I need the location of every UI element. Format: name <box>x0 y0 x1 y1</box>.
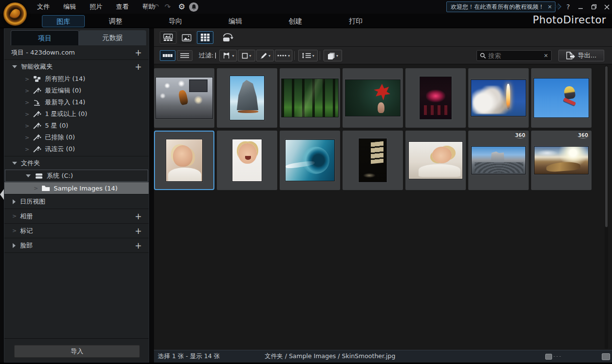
menu-edit[interactable]: 编辑 <box>57 0 83 14</box>
sidebar-tab-project[interactable]: 项目 <box>11 30 79 45</box>
view-grid-button[interactable] <box>197 31 213 44</box>
photo-thumbnail[interactable] <box>534 78 589 118</box>
tab-create[interactable]: 创建 <box>274 15 317 27</box>
photo-thumbnail[interactable] <box>359 138 387 182</box>
chevron-right-icon[interactable]: > <box>25 111 29 117</box>
section-calendar-view[interactable]: 日历视图 <box>4 194 149 209</box>
photo-cell[interactable] <box>468 68 529 128</box>
tab-guided[interactable]: 导向 <box>154 15 197 27</box>
chevron-right-icon[interactable]: > <box>25 88 29 94</box>
filter-flags-button[interactable]: ▾ <box>219 50 237 61</box>
chevron-down-icon[interactable] <box>12 162 17 165</box>
chevron-down-icon[interactable] <box>26 174 31 177</box>
undo-icon[interactable]: ↶ <box>150 0 162 14</box>
menu-view[interactable]: 查看 <box>109 0 135 14</box>
photo-cell[interactable] <box>343 131 403 190</box>
chevron-right-icon[interactable]: > <box>25 76 29 82</box>
minimize-button[interactable] <box>574 0 587 14</box>
photo-thumbnail[interactable] <box>471 146 526 174</box>
menu-photo[interactable]: 照片 <box>83 0 109 14</box>
thumbnail-size-slider[interactable] <box>545 353 610 360</box>
section-faces[interactable]: 脸部 + <box>4 238 149 252</box>
tree-item-five-star[interactable]: > 5 星 (0) <box>4 120 149 132</box>
search-input[interactable] <box>488 52 541 59</box>
photo-cell[interactable] <box>531 68 592 128</box>
photo-cell[interactable] <box>405 131 466 190</box>
help-button[interactable]: ? <box>563 0 574 14</box>
rotate-display-button[interactable] <box>219 31 236 44</box>
sidebar-collapse-arrow[interactable] <box>0 189 4 200</box>
add-album-icon[interactable]: + <box>135 211 142 221</box>
stack-photos-button[interactable]: ▾ <box>324 50 342 61</box>
gear-icon[interactable]: ⚙ <box>175 0 188 14</box>
chevron-right-icon[interactable]: > <box>25 134 29 141</box>
browse-list-button[interactable] <box>177 50 192 61</box>
chevron-right-icon[interactable]: > <box>12 213 17 219</box>
search-box[interactable]: ✕ <box>477 50 552 61</box>
restore-button[interactable] <box>588 0 600 14</box>
tree-item-all-photos[interactable]: > 所有照片 (14) <box>4 73 149 85</box>
photo-thumbnail[interactable] <box>345 79 401 116</box>
photo-cell[interactable] <box>343 68 403 128</box>
photo-thumbnail[interactable] <box>420 77 452 119</box>
export-button[interactable]: 导出... <box>558 50 604 61</box>
chevron-right-icon[interactable]: > <box>34 185 38 192</box>
redo-icon[interactable]: ↷ <box>162 0 173 14</box>
photo-cell[interactable]: 360 <box>531 131 592 190</box>
tree-item-drive-c[interactable]: 系统 (C:) <box>5 170 148 182</box>
add-face-icon[interactable]: + <box>135 241 142 250</box>
welcome-tooltip-close-icon[interactable]: ✕ <box>545 4 552 10</box>
menu-file[interactable]: 文件 <box>30 0 57 14</box>
add-smart-collection-icon[interactable]: + <box>135 62 142 72</box>
photo-cell[interactable] <box>217 68 277 128</box>
photo-thumbnail[interactable] <box>230 76 265 120</box>
view-single-image-button[interactable] <box>178 31 195 44</box>
filter-more-button[interactable]: ▾ <box>275 50 292 61</box>
close-button[interactable] <box>600 0 612 14</box>
photo-thumbnail[interactable] <box>166 139 203 182</box>
photo-thumbnail[interactable] <box>281 78 339 117</box>
chevron-right-icon[interactable]: > <box>12 228 17 234</box>
chevron-right-icon[interactable]: > <box>25 123 29 129</box>
photo-cell[interactable] <box>405 68 466 128</box>
view-thumbnail-filmstrip-button[interactable] <box>160 31 176 44</box>
section-tags[interactable]: > 标记 + <box>4 224 149 238</box>
tab-print[interactable]: 打印 <box>334 15 377 27</box>
chevron-right-icon[interactable]: > <box>25 99 29 106</box>
tree-item-latest-imports[interactable]: > 最新导入 (14) <box>4 96 149 108</box>
photo-thumbnail[interactable] <box>471 79 526 116</box>
small-thumbnail-icon[interactable] <box>545 354 552 360</box>
chevron-right-icon[interactable] <box>13 199 16 204</box>
smart-collection-header[interactable]: 智能收藏夹 + <box>4 60 149 73</box>
search-clear-icon[interactable]: ✕ <box>544 53 548 59</box>
scrollbar-thumb[interactable] <box>605 66 608 227</box>
large-thumbnail-icon[interactable] <box>602 353 610 360</box>
photo-cell-selected[interactable] <box>154 131 214 190</box>
photo-thumbnail[interactable] <box>232 139 262 182</box>
import-button[interactable]: 导入 <box>14 345 140 358</box>
tree-item-sample-images[interactable]: > Sample Images (14) <box>4 182 149 194</box>
photo-cell[interactable] <box>217 131 277 190</box>
photo-thumbnail[interactable] <box>285 139 335 181</box>
tree-item-cyberlink-cloud[interactable]: > 讯连云 (0) <box>4 143 149 155</box>
chevron-right-icon[interactable]: > <box>25 146 29 153</box>
folders-header[interactable]: 文件夹 <box>4 156 149 170</box>
add-project-icon[interactable]: + <box>135 48 142 57</box>
tree-item-recently-edited[interactable]: > 最近编辑 (0) <box>4 85 149 96</box>
filter-color-label-button[interactable]: ▾ <box>238 50 255 61</box>
photo-thumbnail[interactable] <box>408 141 463 179</box>
photo-cell[interactable] <box>154 68 214 128</box>
tab-edit[interactable]: 编辑 <box>214 15 257 27</box>
tree-item-rejected[interactable]: > 已排除 (0) <box>4 132 149 143</box>
photo-thumbnail[interactable] <box>534 146 589 174</box>
chevron-down-icon[interactable] <box>12 65 17 68</box>
sort-order-button[interactable]: ▾ <box>298 50 318 61</box>
filter-rating-button[interactable]: ▾ <box>256 50 274 61</box>
photo-cell[interactable] <box>280 131 340 190</box>
tab-library[interactable]: 图库 <box>42 15 85 27</box>
project-header-row[interactable]: 项目 - 423down.com + <box>4 46 149 59</box>
browse-thumbnails-button[interactable] <box>160 50 175 61</box>
sidebar-tab-metadata[interactable]: 元数据 <box>79 30 146 45</box>
chevron-right-icon[interactable] <box>13 243 16 248</box>
tab-adjust[interactable]: 调整 <box>94 15 137 27</box>
